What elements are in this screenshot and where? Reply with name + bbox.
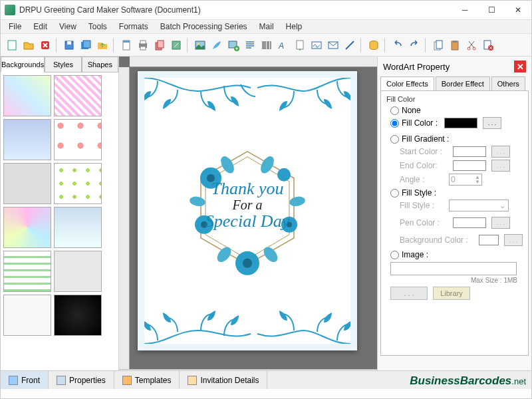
radio-fill-style[interactable] (390, 189, 399, 198)
doc-copy-icon[interactable] (431, 38, 446, 53)
panel-title: WordArt Property (383, 62, 450, 72)
paste-icon[interactable] (448, 38, 462, 53)
menu-tools[interactable]: Tools (88, 22, 107, 31)
tab-templates[interactable]: Templates (114, 371, 180, 389)
leaf-decoration-icon (251, 291, 350, 344)
menu-edit[interactable]: Edit (33, 22, 47, 31)
feather-icon[interactable] (209, 38, 224, 53)
svg-rect-5 (83, 41, 90, 48)
title-bar: DRPU Greeting Card Maker Software (Docum… (1, 1, 531, 19)
toolbar: A (1, 34, 531, 57)
page-setup-icon[interactable] (119, 38, 134, 53)
tab-front[interactable]: Front (1, 371, 49, 389)
bg-thumb[interactable] (54, 75, 102, 116)
tab-backgrounds[interactable]: Backgrounds (1, 57, 45, 72)
label-fill-gradient: Fill Gradient : (402, 134, 449, 144)
tab-styles[interactable]: Styles (45, 57, 81, 72)
menu-bar: File Edit View Tools Formats Batch Proce… (1, 19, 531, 34)
tab-color-effects[interactable]: Color Effects (380, 76, 434, 90)
bg-thumb[interactable] (3, 207, 51, 248)
svg-rect-7 (123, 41, 130, 43)
main-area: Backgrounds Styles Shapes (1, 57, 531, 370)
window-controls: ─ ☐ ✕ (452, 1, 531, 19)
app-icon (5, 5, 15, 15)
signature-icon[interactable] (309, 38, 324, 53)
export-icon[interactable] (95, 38, 110, 53)
front-icon (9, 376, 18, 385)
bg-thumb[interactable] (3, 251, 51, 292)
radio-fill-gradient[interactable] (390, 135, 399, 144)
left-panel: Backgrounds Styles Shapes (1, 57, 119, 370)
tab-border-effect[interactable]: Border Effect (436, 76, 490, 90)
maximize-button[interactable]: ☐ (478, 1, 505, 19)
menu-batch[interactable]: Batch Processing Series (160, 22, 247, 31)
card-text[interactable]: Thank you For a Special Day (144, 179, 350, 231)
bg-thumb[interactable] (3, 295, 51, 336)
left-tabs: Backgrounds Styles Shapes (1, 57, 118, 72)
print-icon[interactable] (136, 38, 150, 53)
library-button[interactable]: Library (433, 287, 470, 300)
bg-thumb[interactable] (54, 119, 102, 160)
bg-thumb[interactable] (3, 163, 51, 204)
menu-help[interactable]: Help (286, 22, 303, 31)
save-as-icon[interactable] (78, 38, 93, 53)
font-icon[interactable]: A (276, 38, 291, 53)
database-icon[interactable] (366, 38, 381, 53)
browse-button[interactable]: . . . (390, 287, 428, 300)
radio-image[interactable] (390, 251, 399, 259)
tab-shapes[interactable]: Shapes (82, 57, 118, 72)
svg-rect-19 (297, 41, 303, 49)
bg-thumb[interactable] (3, 75, 51, 116)
insert-page-icon[interactable] (293, 38, 307, 53)
bg-thumb[interactable] (54, 295, 102, 336)
tab-properties[interactable]: Properties (49, 371, 114, 389)
image-icon[interactable] (193, 38, 207, 53)
label-none: None (402, 106, 421, 115)
bg-thumb[interactable] (54, 207, 102, 248)
fill-color-swatch[interactable] (444, 118, 477, 128)
start-color-swatch (453, 146, 486, 157)
svg-rect-10 (140, 47, 146, 50)
backgrounds-panel[interactable] (1, 72, 118, 370)
minimize-button[interactable]: ─ (452, 1, 478, 19)
new-icon[interactable] (5, 38, 19, 53)
radio-fill-color[interactable] (390, 119, 399, 128)
copy-icon[interactable] (152, 38, 167, 53)
canvas-area[interactable]: Thank you For a Special Day (119, 57, 377, 370)
label-fill-color: Fill Color : (402, 118, 438, 128)
undo-icon[interactable] (390, 38, 405, 53)
menu-mail[interactable]: Mail (259, 22, 274, 31)
mail-icon[interactable] (326, 38, 340, 53)
tab-others[interactable]: Others (491, 76, 525, 90)
menu-formats[interactable]: Formats (119, 22, 148, 31)
edit-icon[interactable] (169, 38, 184, 53)
card-canvas[interactable]: Thank you For a Special Day (138, 71, 357, 350)
svg-rect-24 (436, 41, 442, 49)
save-icon[interactable] (62, 38, 76, 53)
close-button[interactable]: ✕ (505, 1, 531, 19)
tab-invitation[interactable]: Invitation Details (180, 371, 267, 389)
barcode-icon[interactable] (259, 38, 274, 53)
text-lines-icon[interactable] (243, 38, 257, 53)
remove-icon[interactable] (481, 38, 495, 53)
menu-file[interactable]: File (9, 22, 21, 31)
label-bg-color: Background Color : (400, 235, 472, 245)
svg-rect-26 (453, 41, 457, 43)
panel-close-icon[interactable]: ✕ (514, 61, 526, 72)
image-path-input[interactable] (390, 262, 517, 275)
leaf-decoration-icon (144, 291, 257, 344)
line-icon[interactable] (342, 38, 357, 53)
radio-none[interactable] (390, 106, 399, 115)
cut-icon[interactable] (464, 38, 479, 53)
menu-view[interactable]: View (59, 22, 76, 31)
redo-icon[interactable] (407, 38, 422, 53)
picture-add-icon[interactable] (226, 38, 241, 53)
bg-thumb[interactable] (54, 251, 102, 292)
leaf-decoration-icon (144, 78, 257, 138)
delete-icon[interactable] (38, 38, 53, 53)
open-icon[interactable] (21, 38, 36, 53)
invitation-icon (188, 376, 197, 385)
fill-color-picker-button[interactable]: . . . (483, 117, 501, 129)
bg-thumb[interactable] (54, 163, 102, 204)
bg-thumb[interactable] (3, 119, 51, 160)
